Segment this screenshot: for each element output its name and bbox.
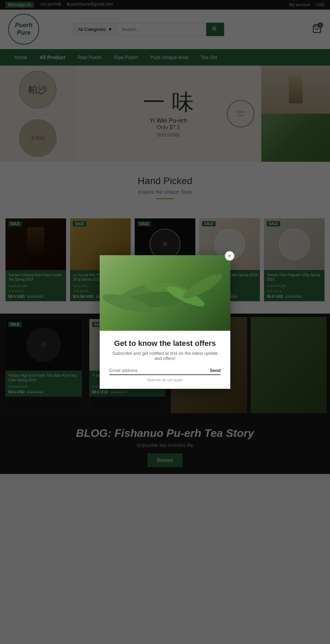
modal-overlay[interactable]: ✕ Get to know the latest offers Subscrib… (0, 0, 330, 474)
popup-email-input[interactable] (109, 368, 210, 373)
popup-tea-leaves-img (100, 255, 230, 331)
popup-subtitle: Subscribe and get notified at first on t… (109, 351, 221, 361)
popup-image (100, 255, 230, 331)
popup-content: Get to know the latest offers Subscribe … (100, 331, 230, 389)
popup-title: Get to know the latest offers (109, 339, 221, 348)
popup-close-button[interactable]: ✕ (225, 251, 234, 261)
popup-note: Note:we do not spam (109, 378, 221, 382)
popup-email-row: Send (109, 368, 221, 375)
popup-send-button[interactable]: Send (210, 368, 221, 373)
svg-point-6 (180, 270, 225, 302)
newsletter-popup: ✕ Get to know the latest offers Subscrib… (100, 255, 230, 389)
